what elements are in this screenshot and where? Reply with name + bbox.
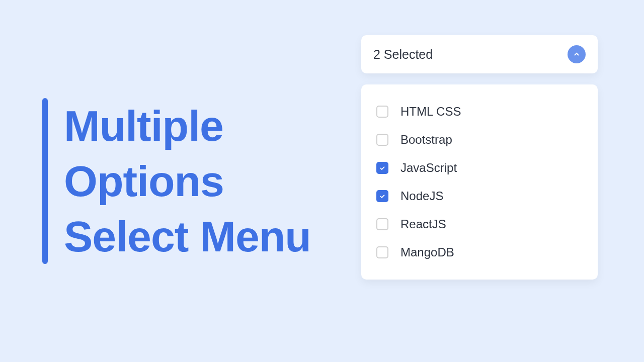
page-title-block: Multiple Options Select Menu — [42, 98, 311, 264]
page-title: Multiple Options Select Menu — [64, 98, 311, 264]
option-label: Bootstrap — [400, 133, 452, 147]
checkbox[interactable] — [376, 218, 388, 230]
checkbox[interactable] — [376, 106, 388, 118]
option-item[interactable]: HTML CSS — [376, 98, 583, 126]
option-item[interactable]: NodeJS — [376, 182, 583, 210]
options-list: HTML CSSBootstrapJavaScriptNodeJSReactJS… — [361, 84, 598, 280]
option-item[interactable]: ReactJS — [376, 210, 583, 238]
select-header[interactable]: 2 Selected — [361, 35, 598, 73]
option-label: HTML CSS — [400, 105, 461, 119]
checkbox[interactable] — [376, 246, 388, 258]
option-label: NodeJS — [400, 189, 443, 203]
multi-select: 2 Selected HTML CSSBootstrapJavaScriptNo… — [361, 35, 598, 280]
chevron-up-icon — [568, 45, 586, 63]
title-accent-bar — [42, 98, 48, 264]
option-label: ReactJS — [400, 217, 446, 231]
option-item[interactable]: JavaScript — [376, 154, 583, 182]
checkbox[interactable] — [376, 190, 388, 202]
title-line-1: Multiple — [64, 98, 311, 153]
option-item[interactable]: Bootstrap — [376, 126, 583, 154]
option-label: JavaScript — [400, 161, 457, 175]
select-header-label: 2 Selected — [373, 47, 433, 62]
title-line-3: Select Menu — [64, 209, 311, 264]
option-item[interactable]: MangoDB — [376, 238, 583, 266]
title-line-2: Options — [64, 153, 311, 209]
option-label: MangoDB — [400, 245, 454, 259]
checkbox[interactable] — [376, 162, 388, 174]
checkbox[interactable] — [376, 134, 388, 146]
